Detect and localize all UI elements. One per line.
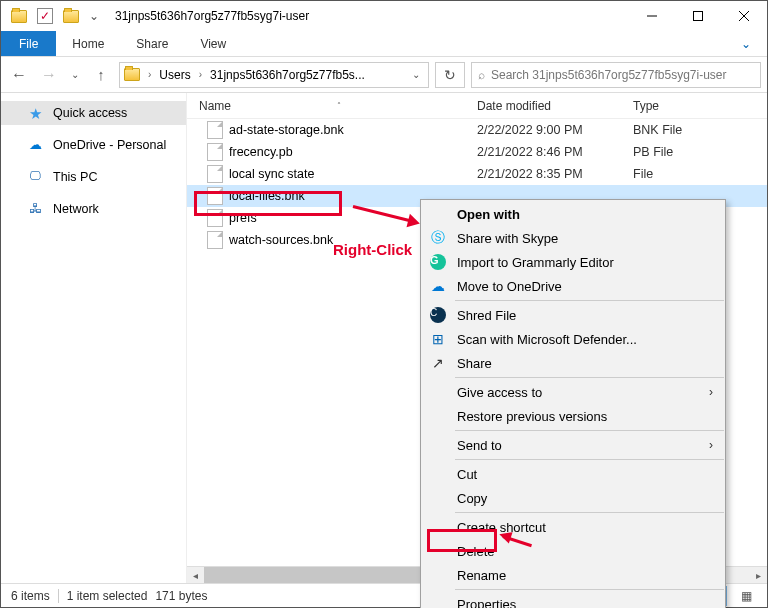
ctx-grammarly[interactable]: GImport to Grammarly Editor (421, 250, 725, 274)
ctx-create-shortcut[interactable]: Create shortcut (421, 515, 725, 539)
skype-icon: Ⓢ (429, 229, 447, 247)
nav-forward-button: → (37, 63, 61, 87)
file-type: File (633, 167, 767, 181)
context-menu: Open with ⓈShare with Skype GImport to G… (420, 199, 726, 608)
column-date[interactable]: Date modified (477, 99, 633, 113)
file-name: watch-sources.bnk (229, 233, 333, 247)
chevron-right-icon: › (709, 385, 713, 399)
annotation-arrow-delete (503, 535, 533, 538)
ribbon-expand-icon[interactable]: ⌄ (725, 31, 767, 56)
window-title: 31jnps5t636h7org5z77fb5syg7i-user (99, 9, 629, 23)
search-icon: ⌕ (478, 68, 485, 82)
file-icon (207, 165, 223, 183)
file-name: frecency.pb (229, 145, 293, 159)
file-type: PB File (633, 145, 767, 159)
view-large-button[interactable]: ▦ (735, 586, 757, 606)
file-type: BNK File (633, 123, 767, 137)
file-date: 2/21/2022 8:35 PM (477, 167, 633, 181)
tab-file[interactable]: File (1, 31, 56, 56)
ctx-send-to[interactable]: Send to› (421, 433, 725, 457)
ctx-restore[interactable]: Restore previous versions (421, 404, 725, 428)
minimize-button[interactable] (629, 1, 675, 31)
ctx-cut[interactable]: Cut (421, 462, 725, 486)
status-selection: 1 item selected (67, 589, 148, 603)
file-name: local-files.bnk (229, 189, 305, 203)
status-size: 171 bytes (155, 589, 207, 603)
maximize-button[interactable] (675, 1, 721, 31)
folder-icon (124, 68, 140, 81)
address-bar[interactable]: › Users › 31jnps5t636h7org5z77fb5s... ⌄ (119, 62, 429, 88)
sidebar-label: Network (53, 202, 99, 216)
status-count: 6 items (11, 589, 50, 603)
nav-history-button[interactable]: ⌄ (67, 69, 83, 80)
shred-icon: C (429, 306, 447, 324)
ctx-skype[interactable]: ⓈShare with Skype (421, 226, 725, 250)
nav-bar: ← → ⌄ ↑ › Users › 31jnps5t636h7org5z77fb… (1, 57, 767, 93)
ctx-share[interactable]: ↗Share (421, 351, 725, 375)
file-row[interactable]: local sync state 2/21/2022 8:35 PM File (187, 163, 767, 185)
file-row[interactable]: ad-state-storage.bnk 2/22/2022 9:00 PM B… (187, 119, 767, 141)
column-type[interactable]: Type (633, 99, 767, 113)
chevron-right-icon: › (709, 438, 713, 452)
folder-icon (11, 10, 27, 23)
close-button[interactable] (721, 1, 767, 31)
cloud-icon: ☁ (29, 137, 45, 153)
sidebar-item-thispc[interactable]: 🖵 This PC (1, 165, 186, 189)
sidebar: ★ Quick access ☁ OneDrive - Personal 🖵 T… (1, 93, 187, 583)
grammarly-icon: G (429, 253, 447, 271)
ctx-defender[interactable]: ⊞Scan with Microsoft Defender... (421, 327, 725, 351)
file-icon (207, 187, 223, 205)
sidebar-item-network[interactable]: 🖧 Network (1, 197, 186, 221)
qat-customize-icon[interactable]: ⌄ (89, 9, 99, 23)
annotation-text: Right-Click (333, 241, 412, 258)
nav-back-button[interactable]: ← (7, 63, 31, 87)
title-bar: ✓ ⌄ 31jnps5t636h7org5z77fb5syg7i-user (1, 1, 767, 31)
ctx-give-access[interactable]: Give access to› (421, 380, 725, 404)
file-icon (207, 209, 223, 227)
column-headers: Name ˄ Date modified Type (187, 93, 767, 119)
qat-properties-icon[interactable]: ✓ (37, 8, 53, 24)
tab-share[interactable]: Share (120, 31, 184, 56)
scroll-right-icon[interactable]: ▸ (750, 567, 767, 583)
file-name: ad-state-storage.bnk (229, 123, 344, 137)
qat-newfolder-icon[interactable] (63, 10, 79, 23)
search-input[interactable]: ⌕ Search 31jnps5t636h7org5z77fb5syg7i-us… (471, 62, 761, 88)
star-icon: ★ (29, 105, 45, 121)
sidebar-item-quick-access[interactable]: ★ Quick access (1, 101, 186, 125)
tab-view[interactable]: View (184, 31, 242, 56)
refresh-button[interactable]: ↻ (435, 62, 465, 88)
file-date: 2/22/2022 9:00 PM (477, 123, 633, 137)
address-dropdown-icon[interactable]: ⌄ (408, 69, 424, 80)
ctx-delete[interactable]: Delete (421, 539, 725, 563)
explorer-window: ✓ ⌄ 31jnps5t636h7org5z77fb5syg7i-user Fi… (0, 0, 768, 608)
ctx-shred[interactable]: CShred File (421, 303, 725, 327)
breadcrumb-folder[interactable]: 31jnps5t636h7org5z77fb5s... (210, 68, 365, 82)
breadcrumb-users[interactable]: Users (159, 68, 190, 82)
chevron-right-icon[interactable]: › (195, 69, 206, 80)
scroll-left-icon[interactable]: ◂ (187, 567, 204, 583)
chevron-right-icon[interactable]: › (144, 69, 155, 80)
file-row[interactable]: frecency.pb 2/21/2022 8:46 PM PB File (187, 141, 767, 163)
ribbon-tabs: File Home Share View ⌄ (1, 31, 767, 57)
file-date: 2/21/2022 8:46 PM (477, 145, 633, 159)
ctx-rename[interactable]: Rename (421, 563, 725, 587)
monitor-icon: 🖵 (29, 169, 45, 185)
nav-up-button[interactable]: ↑ (89, 63, 113, 87)
file-icon (207, 231, 223, 249)
cloud-icon: ☁ (429, 277, 447, 295)
shield-icon: ⊞ (429, 330, 447, 348)
search-placeholder: Search 31jnps5t636h7org5z77fb5syg7i-user (491, 68, 727, 82)
ctx-copy[interactable]: Copy (421, 486, 725, 510)
ctx-open-with[interactable]: Open with (421, 202, 725, 226)
tab-home[interactable]: Home (56, 31, 120, 56)
column-name[interactable]: Name (199, 99, 231, 113)
sort-indicator-icon: ˄ (337, 101, 341, 110)
ctx-properties[interactable]: Properties (421, 592, 725, 608)
network-icon: 🖧 (29, 201, 45, 217)
file-icon (207, 121, 223, 139)
sidebar-item-onedrive[interactable]: ☁ OneDrive - Personal (1, 133, 186, 157)
sidebar-label: Quick access (53, 106, 127, 120)
sidebar-label: OneDrive - Personal (53, 138, 166, 152)
ctx-move-onedrive[interactable]: ☁Move to OneDrive (421, 274, 725, 298)
file-icon (207, 143, 223, 161)
